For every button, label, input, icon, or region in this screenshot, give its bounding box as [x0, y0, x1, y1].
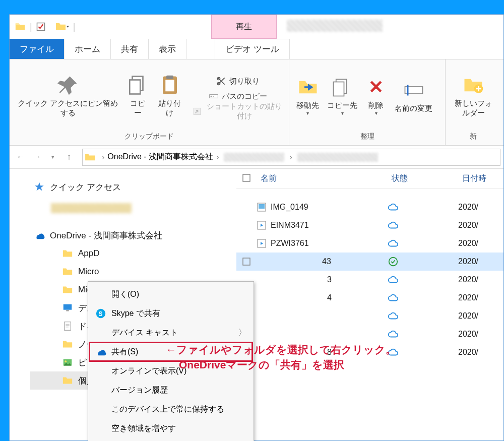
move-to-button[interactable]: 移動先 ▾ — [292, 66, 323, 127]
nav-up[interactable]: ↑ — [61, 149, 77, 165]
ctx-cast[interactable]: デバイス キャスト〉 — [89, 323, 253, 342]
cut-button[interactable]: 切り取り — [190, 74, 286, 89]
list-row[interactable]: 2020/ — [236, 325, 503, 343]
ctx-always-keep[interactable]: このデバイス上で常に保持する — [89, 400, 253, 419]
list-row[interactable]: 2020/ — [236, 307, 503, 325]
title-obscured — [287, 20, 383, 32]
onedrive-icon — [34, 230, 45, 241]
cloud-icon — [388, 292, 399, 303]
header-date[interactable]: 日付時 — [458, 173, 503, 184]
image-file-icon — [257, 202, 267, 212]
copy-to-button[interactable]: コピー先 ▾ — [323, 66, 361, 127]
onedrive-icon — [95, 346, 106, 357]
ctx-free-space[interactable]: 空き領域を増やす — [89, 419, 253, 438]
ribbon: クイック アクセスにピン留めする コピー 貼り付け 切り取り abc — [10, 59, 503, 146]
tab-file[interactable]: ファイル — [10, 39, 65, 59]
svg-rect-5 — [166, 76, 173, 79]
copy-icon — [127, 75, 148, 96]
nav-row: ← → ▾ ↑ › OneDrive - 浅間商事株式会社 › › — [10, 146, 503, 169]
ctx-open[interactable]: 開く(O) — [89, 285, 253, 304]
sidebar-item-blurred[interactable] — [30, 199, 230, 217]
video-file-icon — [257, 220, 267, 230]
sidebar-item-quickaccess[interactable]: クイック アクセス — [30, 178, 230, 196]
svg-rect-17 — [66, 310, 69, 311]
folder-dropdown-icon[interactable] — [56, 21, 69, 32]
pin-button[interactable]: クイック アクセスにピン留めする — [13, 66, 123, 127]
new-folder-button[interactable]: 新しいフォルダー — [449, 66, 498, 127]
paste-button[interactable]: 貼り付け — [152, 66, 187, 127]
folder-icon — [62, 284, 73, 295]
rename-icon — [403, 80, 424, 101]
explorer-window: | | 再生 ファイル ホーム 共有 表示 ビデオ ツール クイック アクセスに… — [9, 14, 504, 441]
move-icon — [297, 77, 319, 98]
paste-shortcut-button[interactable]: ショートカットの貼り付け — [190, 104, 286, 119]
svg-rect-4 — [165, 80, 174, 92]
document-icon — [62, 321, 73, 332]
header-state[interactable]: 状態 — [388, 173, 458, 184]
rename-button[interactable]: 名前の変更 — [391, 66, 436, 127]
ribbon-group-label: 整理 — [292, 131, 442, 143]
checkbox-icon[interactable] — [36, 22, 45, 31]
nav-back[interactable]: ← — [13, 149, 29, 165]
svg-rect-18 — [65, 322, 71, 331]
sidebar-item[interactable]: AppD — [30, 244, 230, 263]
paste-icon — [159, 75, 180, 96]
contextual-tab-play[interactable]: 再生 — [211, 15, 277, 39]
nav-recent[interactable]: ▾ — [45, 149, 61, 165]
sidebar-item[interactable]: Micro — [30, 263, 230, 281]
cloud-icon — [388, 329, 399, 340]
path-icon: abc — [209, 91, 219, 101]
list-row[interactable]: 3 2020/ — [236, 271, 503, 289]
cloud-icon — [388, 238, 399, 249]
delete-button[interactable]: ✕ 削除 ▾ — [361, 66, 391, 127]
list-row[interactable]: EINM3471 2020/ — [236, 216, 503, 234]
star-icon — [34, 181, 45, 193]
list-row-selected[interactable]: 43 2020/ — [236, 253, 503, 271]
scissors-icon — [216, 76, 226, 86]
folder-icon — [15, 21, 26, 32]
list-row[interactable]: 4 2020/ — [236, 289, 503, 307]
desktop-icon — [62, 302, 73, 313]
folder-icon — [62, 248, 73, 259]
crumb-segment[interactable]: OneDrive - 浅間商事株式会社 — [107, 152, 213, 162]
ctx-version-history[interactable]: バージョン履歴 — [89, 381, 253, 400]
annotation-text: ←ファイルやフォルダを選択して右クリック。 OneDriveマークの「共有」を選… — [166, 342, 448, 373]
crumb-obscured — [224, 153, 284, 162]
cloud-icon — [388, 202, 399, 213]
list-row[interactable]: PZWI3761 2020/ — [236, 234, 503, 253]
cloud-icon — [388, 220, 399, 231]
menu-bar: ファイル ホーム 共有 表示 ビデオ ツール — [10, 39, 503, 59]
svg-text:abc: abc — [210, 95, 215, 98]
sidebar-item-onedrive[interactable]: OneDrive - 浅間商事株式会社 — [30, 226, 230, 244]
svg-rect-14 — [407, 85, 409, 95]
ribbon-group-label: クリップボード — [13, 131, 286, 143]
ribbon-group-label: 新 — [449, 131, 498, 143]
video-file-icon — [257, 238, 267, 248]
svg-rect-16 — [64, 304, 72, 310]
delete-x-icon: ✕ — [365, 77, 387, 98]
copy-to-icon — [332, 77, 353, 98]
list-row[interactable]: IMG_0149 2020/ — [236, 198, 503, 216]
breadcrumb[interactable]: › OneDrive - 浅間商事株式会社 › › — [82, 149, 500, 166]
content: クイック アクセス OneDrive - 浅間商事株式会社 AppD Micro… — [10, 169, 503, 440]
tab-share[interactable]: 共有 — [111, 39, 149, 59]
nav-forward[interactable]: → — [29, 149, 45, 165]
header-name[interactable]: 名前 — [257, 173, 388, 184]
pin-icon — [57, 75, 79, 96]
header-checkbox[interactable] — [236, 174, 257, 184]
svg-rect-23 — [259, 204, 265, 209]
tab-home[interactable]: ホーム — [65, 39, 111, 59]
copy-button[interactable]: コピー — [123, 66, 152, 127]
new-folder-icon — [463, 75, 484, 96]
crumb-obscured — [297, 153, 378, 162]
svg-point-20 — [65, 360, 67, 362]
file-list: 名前 状態 日付時 IMG_0149 2020/ EINM3471 2020/ … — [236, 169, 503, 440]
cloud-icon — [388, 310, 399, 322]
ctx-skype[interactable]: S Skype で共有 — [89, 304, 253, 323]
svg-rect-12 — [334, 82, 344, 96]
folder-icon — [62, 339, 73, 350]
tab-video-tools[interactable]: ビデオ ツール — [215, 39, 290, 59]
skype-icon: S — [95, 308, 106, 319]
svg-point-27 — [389, 258, 398, 266]
tab-view[interactable]: 表示 — [149, 39, 186, 59]
